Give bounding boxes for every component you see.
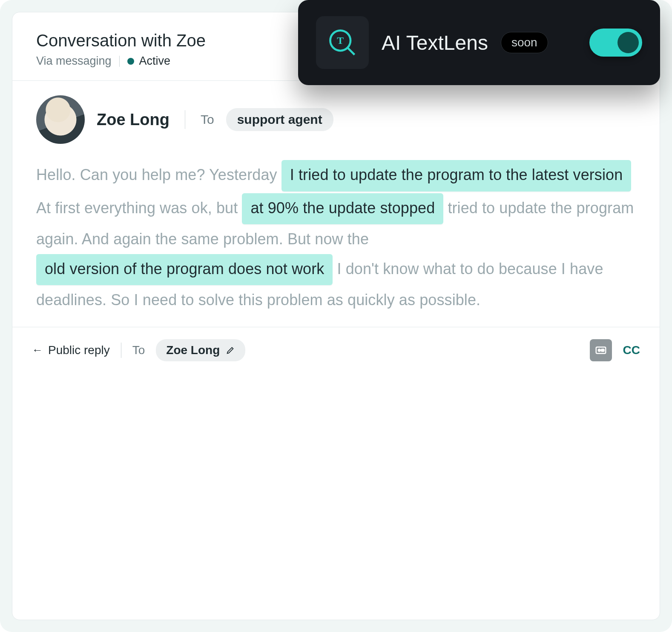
ai-soon-badge: soon (501, 32, 548, 53)
arrow-left-icon: ← (32, 343, 43, 357)
divider (185, 110, 185, 129)
edit-icon (226, 346, 235, 355)
reply-mode-button[interactable]: ← Public reply (32, 343, 110, 357)
reply-recipient-chip[interactable]: Zoe Long (156, 339, 245, 361)
via-label: Via messaging (36, 54, 112, 68)
divider (121, 343, 121, 358)
author-name: Zoe Long (97, 111, 169, 129)
ai-panel-title: AI TextLens (382, 31, 488, 54)
avatar (36, 95, 85, 144)
status-badge: Active (127, 54, 171, 68)
divider (119, 56, 120, 67)
svg-text:T: T (337, 35, 344, 46)
reply-recipient-name: Zoe Long (166, 343, 220, 357)
svg-rect-2 (601, 349, 604, 351)
status-text: Active (139, 54, 171, 68)
ai-toggle[interactable] (589, 29, 642, 57)
conversation-card: Conversation with Zoe Via messaging Acti… (12, 12, 660, 620)
cc-button[interactable]: CC (623, 343, 640, 357)
app-frame: Conversation with Zoe Via messaging Acti… (0, 0, 672, 632)
recipient-chip[interactable]: support agent (226, 108, 333, 131)
ai-textlens-icon: T (316, 16, 369, 69)
reply-to-label: To (132, 343, 145, 357)
reply-mode-label: Public reply (48, 343, 110, 357)
toggle-knob (617, 32, 639, 53)
toggle-panel-button[interactable] (590, 339, 612, 361)
svg-point-1 (598, 349, 600, 351)
to-label: To (201, 112, 214, 127)
author-row: Zoe Long To support agent (36, 95, 636, 144)
ai-textlens-panel: T AI TextLens soon (298, 0, 660, 85)
svg-line-4 (348, 48, 355, 55)
highlight-span: I tried to update the program to the lat… (281, 160, 632, 192)
reply-bar: ← Public reply To Zoe Long (12, 327, 660, 373)
conversation-title: Conversation with Zoe (36, 31, 206, 50)
message-text: Hello. Can you help me? Yesterday I trie… (36, 159, 636, 314)
highlight-span: at 90% the update stopped (242, 193, 443, 225)
highlight-span: old version of the program does not work (36, 254, 333, 286)
status-dot-icon (127, 58, 134, 65)
conversation-body: Zoe Long To support agent Hello. Can you… (12, 81, 660, 327)
